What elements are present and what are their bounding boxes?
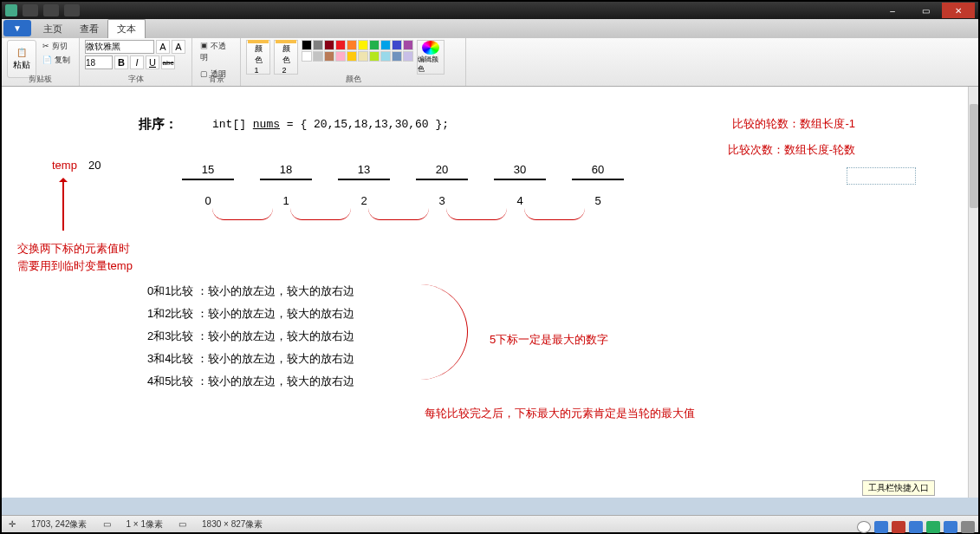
cell-value: 30: [494, 163, 546, 180]
underline-button[interactable]: U: [146, 55, 159, 69]
color-swatch[interactable]: [380, 51, 391, 62]
color-wheel-icon: [422, 41, 439, 55]
scroll-thumb[interactable]: [970, 104, 978, 208]
strike-button[interactable]: abc: [161, 55, 175, 69]
selection-icon: ▭: [103, 519, 111, 529]
cell-index: 4: [494, 194, 546, 207]
color-swatch[interactable]: [347, 40, 357, 50]
color-swatch[interactable]: [302, 40, 312, 50]
qat-save-icon[interactable]: [23, 4, 38, 16]
color-swatch[interactable]: [313, 40, 323, 50]
document-canvas[interactable]: 排序： int[] nums = { 20,15,18,13,30,60 }; …: [9, 94, 951, 491]
selection-size: 1 × 1像素: [127, 518, 164, 531]
taskbar-icon-2[interactable]: [874, 521, 888, 533]
step-line: 1和2比较 ：较小的放左边，较大的放右边: [147, 303, 354, 325]
ribbon-group-font: A A B I U abc 字体: [80, 38, 192, 86]
array-cell: 181: [260, 163, 312, 207]
cut-button[interactable]: ✂ 剪切: [40, 40, 73, 53]
app-menu-button[interactable]: ▼: [3, 20, 31, 36]
array-cell: 605: [572, 163, 624, 207]
opaque-icon: ▣: [200, 42, 208, 50]
color-swatch[interactable]: [324, 51, 334, 62]
cell-value: 15: [182, 163, 234, 180]
opaque-button[interactable]: ▣ 不透明: [198, 40, 235, 64]
cut-icon: ✂: [42, 42, 49, 50]
step-line: 0和1比较 ：较小的放左边，较大的放右边: [147, 280, 354, 303]
qat-undo-icon[interactable]: [43, 4, 59, 16]
color-palette: [302, 40, 413, 62]
taskbar-icon-3[interactable]: [892, 521, 905, 533]
minimize-button[interactable]: –: [876, 3, 909, 18]
copy-button[interactable]: 📄 复制: [40, 54, 73, 67]
color-swatch[interactable]: [380, 40, 391, 50]
canvas-viewport[interactable]: 排序： int[] nums = { 20,15,18,13,30,60 }; …: [2, 87, 968, 498]
text-edit-box[interactable]: [847, 167, 916, 185]
note-swap-line1: 交换两下标的元素值时: [17, 241, 130, 257]
color-swatch[interactable]: [369, 40, 380, 50]
color-swatch[interactable]: [347, 51, 357, 62]
swap-arc-1-2: [290, 208, 351, 220]
color-swatch[interactable]: [335, 40, 346, 50]
cell-index: 5: [572, 194, 624, 207]
app-icon: [5, 4, 17, 16]
taskbar-icon-4[interactable]: [909, 521, 923, 533]
paste-button[interactable]: 📋 粘贴: [7, 40, 36, 78]
color-swatch[interactable]: [403, 51, 413, 62]
ribbon-group-colors: 颜 色 1 颜 色 2 编辑颜色 颜色: [241, 38, 466, 86]
vertical-scrollbar[interactable]: [968, 87, 978, 498]
cell-value: 60: [572, 163, 624, 180]
tooltip: 工具栏快捷入口: [862, 480, 935, 496]
shrink-font-button[interactable]: A: [172, 40, 185, 54]
swap-arc-2-3: [368, 208, 429, 220]
edit-colors-button[interactable]: 编辑颜色: [417, 40, 445, 75]
italic-button[interactable]: I: [130, 55, 144, 69]
cell-index: 0: [182, 194, 234, 207]
swap-arc-0-1: [212, 208, 273, 220]
grow-font-button[interactable]: A: [156, 40, 170, 54]
color-swatch[interactable]: [313, 51, 323, 62]
color-swatch[interactable]: [403, 40, 413, 50]
font-size-select[interactable]: [85, 55, 113, 69]
group-label-colors: 颜色: [241, 74, 465, 85]
ribbon-tabs: ▼ 主页 查看 文本: [2, 19, 978, 38]
maximize-button[interactable]: ▭: [909, 3, 942, 18]
tab-text[interactable]: 文本: [107, 19, 146, 38]
step-line: 2和3比较 ：较小的放左边，较大的放右边: [147, 325, 354, 348]
tab-view[interactable]: 查看: [71, 20, 107, 38]
cell-index: 1: [260, 194, 312, 207]
taskbar-icon-1[interactable]: [857, 521, 871, 533]
ribbon-group-clipboard: 📋 粘贴 ✂ 剪切 📄 复制 剪贴板: [2, 38, 80, 86]
group-label-background: 背景: [192, 74, 240, 85]
font-family-select[interactable]: [85, 40, 154, 54]
color-swatch[interactable]: [392, 40, 402, 50]
note-rounds: 比较的轮数：数组长度-1: [732, 116, 855, 132]
color-swatch[interactable]: [335, 51, 346, 62]
color1-button[interactable]: 颜 色 1: [246, 40, 270, 75]
tab-home[interactable]: 主页: [35, 20, 71, 38]
color-swatch[interactable]: [324, 40, 334, 50]
cell-index: 3: [416, 194, 468, 207]
color-swatch[interactable]: [392, 51, 402, 62]
taskbar-icon-5[interactable]: [926, 521, 940, 533]
color-swatch[interactable]: [302, 51, 312, 62]
note-bottom: 每轮比较完之后，下标最大的元素肯定是当轮的最大值: [425, 406, 695, 421]
step-line: 4和5比较 ：较小的放左边，较大的放右边: [147, 370, 354, 393]
canvas-size-icon: ▭: [178, 519, 186, 529]
taskbar-icon-7[interactable]: [961, 521, 975, 533]
cursor-pos-icon: ✛: [9, 519, 16, 529]
note-swap-line2: 需要用到临时变量temp: [17, 258, 133, 274]
group-label-clipboard: 剪贴板: [2, 74, 79, 85]
color-swatch[interactable]: [358, 51, 368, 62]
compare-steps: 0和1比较 ：较小的放左边，较大的放右边1和2比较 ：较小的放左边，较大的放右边…: [147, 280, 354, 393]
color2-button[interactable]: 颜 色 2: [274, 40, 298, 75]
color-swatch[interactable]: [369, 51, 380, 62]
array-visual: 150181132203304605: [182, 163, 624, 207]
ribbon-group-background: ▣ 不透明 ▢ 透明 背景: [192, 38, 241, 86]
taskbar-icon-6[interactable]: [944, 521, 957, 533]
close-button[interactable]: ✕: [942, 3, 975, 18]
bold-button[interactable]: B: [114, 55, 128, 69]
step-line: 3和4比较 ：较小的放左边，较大的放右边: [147, 348, 354, 370]
paste-label: 粘贴: [13, 59, 30, 71]
color-swatch[interactable]: [358, 40, 368, 50]
qat-redo-icon[interactable]: [64, 4, 80, 16]
